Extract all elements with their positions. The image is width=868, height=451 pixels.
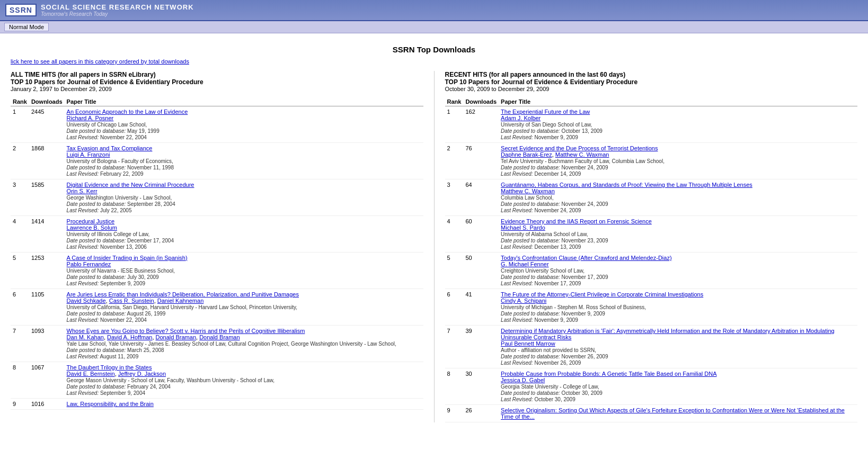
author-link[interactable]: Donald Braman xyxy=(199,334,240,340)
rank-cell: 9 xyxy=(445,405,464,422)
author-link[interactable]: Pablo Fernandez xyxy=(67,261,111,267)
paper-title-link[interactable]: Today's Confrontation Clause (After Craw… xyxy=(501,255,671,261)
author-link[interactable]: Lawrence B. Solum xyxy=(67,224,117,231)
paper-cell: Determining if Mandatory Arbitration is … xyxy=(499,326,857,368)
rank-cell: 1 xyxy=(445,106,464,143)
paper-title-link[interactable]: Procedural Justice xyxy=(67,218,115,224)
author-link[interactable]: David A. Hoffman xyxy=(107,334,152,340)
normal-mode-button[interactable]: Normal Mode xyxy=(4,23,49,31)
date-posted: Date posted to database: May 19, 1999 xyxy=(67,128,421,134)
author-link[interactable]: Richard A. Posner xyxy=(67,115,114,121)
last-revised: Last Revised: November 17, 2009 xyxy=(501,281,855,286)
paper-title-link[interactable]: Digital Evidence and the New Criminal Pr… xyxy=(67,182,194,188)
table-row: 61105Are Juries Less Erratic than Indivi… xyxy=(11,289,423,326)
last-revised: Last Revised: February 22, 2009 xyxy=(67,171,421,177)
affiliation: Georgia State University - College of La… xyxy=(501,384,855,390)
recent-date-range: October 30, 2009 to December 29, 2009 xyxy=(445,86,858,92)
rank-cell: 7 xyxy=(11,326,29,362)
category-link[interactable]: lick here to see all papers in this cate… xyxy=(11,58,857,65)
paper-title-link[interactable]: Whose Eyes are You Going to Believe? Sco… xyxy=(67,328,305,334)
author-link[interactable]: Jeffrey D. Jackson xyxy=(118,371,166,377)
author-link[interactable]: David Schkade xyxy=(67,297,106,304)
col-rank: Rank xyxy=(11,97,29,106)
paper-title-link[interactable]: A Case of Insider Trading in Spain (in S… xyxy=(67,255,188,261)
table-row: 550Today's Confrontation Clause (After C… xyxy=(445,252,858,289)
paper-title-link[interactable]: Determining if Mandatory Arbitration is … xyxy=(501,328,835,340)
paper-title-link[interactable]: The Future of the Attorney-Client Privil… xyxy=(501,291,703,297)
paper-title-link[interactable]: Guantánamo, Habeas Corpus, and Standards… xyxy=(501,182,752,188)
downloads-cell: 162 xyxy=(463,106,499,143)
rank-cell: 1 xyxy=(11,106,29,143)
paper-title-link[interactable]: Law, Responsibility, and the Brain xyxy=(67,401,154,407)
col-paper-title-r: Paper Title xyxy=(499,97,857,106)
downloads-cell: 2445 xyxy=(29,106,65,143)
paper-title-link[interactable]: Tax Evasion and Tax Compliance xyxy=(67,145,153,151)
author-link[interactable]: Daphne Barak-Erez xyxy=(501,151,552,158)
date-posted: Date posted to database: November 11, 19… xyxy=(67,165,421,170)
downloads-cell: 1093 xyxy=(29,326,65,362)
table-row: 364Guantánamo, Habeas Corpus, and Standa… xyxy=(445,179,858,216)
paper-title-link[interactable]: An Economic Approach to the Law of Evide… xyxy=(67,109,188,115)
author-link[interactable]: Daniel Kahneman xyxy=(157,297,203,304)
date-posted: Date posted to database: October 13, 200… xyxy=(501,128,855,134)
paper-title-link[interactable]: The Experiential Future of the Law xyxy=(501,109,590,115)
downloads-cell: 39 xyxy=(463,326,499,368)
rank-cell: 8 xyxy=(11,362,29,399)
author-link[interactable]: Donald Braman xyxy=(156,334,196,340)
author-link[interactable]: Paul Bennett Marrow xyxy=(501,340,555,347)
author-link[interactable]: Matthew C. Waxman xyxy=(501,188,555,194)
paper-title-link[interactable]: Evidence Theory and the IIAS Report on F… xyxy=(501,218,652,224)
paper-cell: Digital Evidence and the New Criminal Pr… xyxy=(65,179,423,216)
author-link[interactable]: Adam J. Kolber xyxy=(501,115,541,121)
paper-cell: The Future of the Attorney-Client Privil… xyxy=(499,289,857,326)
downloads-cell: 60 xyxy=(463,216,499,252)
paper-title-link[interactable]: Selective Originalism: Sorting Out Which… xyxy=(501,407,845,420)
table-row: 21868Tax Evasion and Tax ComplianceLuigi… xyxy=(11,143,423,179)
site-header: SSRN Social Science Research Network Tom… xyxy=(0,0,868,21)
paper-title-link[interactable]: The Daubert Trilogy in the States xyxy=(67,364,152,371)
affiliation: University of Chicago Law School, xyxy=(67,122,421,128)
author-link[interactable]: Cass R. Sunstein xyxy=(109,297,154,304)
downloads-cell: 1253 xyxy=(29,252,65,289)
rank-cell: 5 xyxy=(445,252,464,289)
author-link[interactable]: Cindy A. Schipani xyxy=(501,297,546,304)
all-time-header: ALL TIME HITS (for all papers in SSRN eL… xyxy=(11,71,423,92)
paper-cell: Secret Evidence and the Due Process of T… xyxy=(499,143,857,179)
paper-title-link[interactable]: Probable Cause from Probable Bonds: A Ge… xyxy=(501,371,716,377)
author-link[interactable]: Matthew C. Waxman xyxy=(555,151,609,158)
author-link[interactable]: David E. Bernstein xyxy=(67,371,115,377)
affiliation: University of San Diego School of Law, xyxy=(501,122,855,128)
last-revised: Last Revised: November 22, 2004 xyxy=(67,134,421,140)
rank-cell: 3 xyxy=(445,179,464,216)
author-link[interactable]: Jessica D. Gabel xyxy=(501,377,545,383)
affiliation: Creighton University School of Law, xyxy=(501,268,855,274)
paper-cell: A Case of Insider Trading in Spain (in S… xyxy=(65,252,423,289)
author-link[interactable]: Luigi A. Franzoni xyxy=(67,151,110,158)
col-downloads-r: Downloads xyxy=(463,97,499,106)
rank-cell: 4 xyxy=(445,216,464,252)
all-time-table: Rank Downloads Paper Title 12445An Econo… xyxy=(11,97,423,410)
recent-heading1: RECENT HITS (for all papers announced in… xyxy=(445,71,858,78)
author-link[interactable]: Michael S. Pardo xyxy=(501,224,545,231)
paper-cell: Evidence Theory and the IIAS Report on F… xyxy=(499,216,857,252)
date-posted: Date posted to database: August 26, 1999 xyxy=(67,311,421,317)
recent-column: RECENT HITS (for all papers announced in… xyxy=(434,71,858,422)
affiliation: University of Illinois College of Law, xyxy=(67,231,421,237)
paper-title-link[interactable]: Are Juries Less Erratic than Individuals… xyxy=(67,291,299,297)
author-link[interactable]: Dan M. Kahan xyxy=(67,334,104,340)
paper-cell: The Experiential Future of the LawAdam J… xyxy=(499,106,857,143)
affiliation: University of Bologna - Faculty of Econo… xyxy=(67,158,421,164)
paper-cell: Today's Confrontation Clause (After Craw… xyxy=(499,252,857,289)
last-revised: Last Revised: August 11, 2009 xyxy=(67,354,421,359)
author-link[interactable]: G. Michael Fenner xyxy=(501,261,548,267)
paper-title-link[interactable]: Secret Evidence and the Due Process of T… xyxy=(501,145,658,151)
all-time-date-range: January 2, 1997 to December 29, 2009 xyxy=(11,86,423,92)
rank-cell: 7 xyxy=(445,326,464,368)
downloads-cell: 26 xyxy=(463,405,499,422)
affiliation: Tel Aviv University - Buchmann Faculty o… xyxy=(501,158,855,164)
rank-cell: 9 xyxy=(11,399,29,410)
table-row: 641The Future of the Attorney-Client Pri… xyxy=(445,289,858,326)
recent-header: RECENT HITS (for all papers announced in… xyxy=(445,71,858,92)
rank-cell: 2 xyxy=(445,143,464,179)
author-link[interactable]: Orin S. Kerr xyxy=(67,188,98,194)
